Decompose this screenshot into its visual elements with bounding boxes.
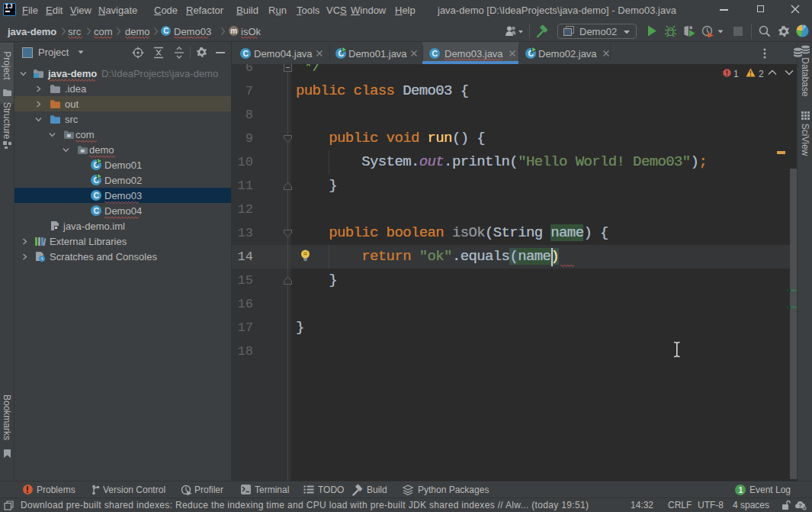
svg-text:?: ? bbox=[798, 502, 802, 509]
